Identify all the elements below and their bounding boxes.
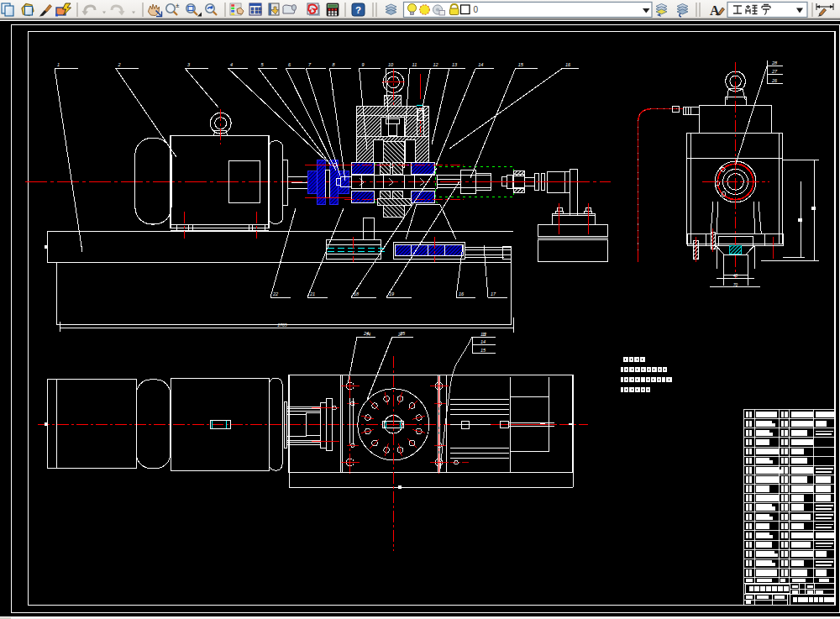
- svg-text:5: 5: [261, 62, 265, 67]
- svg-text:4: 4: [230, 62, 233, 67]
- svg-text:17: 17: [491, 291, 496, 296]
- svg-text:10: 10: [388, 62, 394, 67]
- svg-text:15: 15: [518, 62, 524, 67]
- svg-text:13: 13: [452, 62, 458, 67]
- svg-text:70: 70: [733, 283, 738, 287]
- svg-text:25: 25: [399, 331, 406, 336]
- svg-text:0: 0: [474, 5, 479, 14]
- svg-text:9: 9: [362, 62, 365, 67]
- svg-text:26: 26: [771, 78, 778, 83]
- svg-text:14: 14: [478, 62, 483, 67]
- svg-text:24: 24: [363, 331, 369, 336]
- svg-text:±: ±: [176, 2, 180, 9]
- svg-text:13: 13: [480, 332, 486, 337]
- svg-text:40: 40: [733, 274, 738, 278]
- svg-text:6: 6: [288, 62, 291, 67]
- svg-text:11: 11: [412, 62, 417, 67]
- svg-text:28: 28: [771, 60, 778, 66]
- svg-text:1: 1: [57, 62, 60, 67]
- svg-text:16: 16: [459, 291, 465, 296]
- svg-text:?: ?: [355, 5, 361, 15]
- svg-text:A: A: [710, 3, 720, 18]
- svg-text:22: 22: [272, 291, 278, 296]
- svg-text:27: 27: [771, 69, 778, 74]
- svg-text:3: 3: [187, 62, 191, 67]
- svg-text:15: 15: [480, 348, 486, 353]
- svg-text:21: 21: [309, 291, 315, 296]
- svg-text:7: 7: [308, 62, 312, 67]
- svg-text:12: 12: [433, 62, 438, 67]
- svg-text:8: 8: [333, 62, 336, 67]
- svg-text:2705: 2705: [276, 323, 286, 328]
- svg-text:2: 2: [118, 62, 121, 67]
- svg-text:16: 16: [565, 62, 571, 67]
- svg-text:14: 14: [480, 339, 486, 344]
